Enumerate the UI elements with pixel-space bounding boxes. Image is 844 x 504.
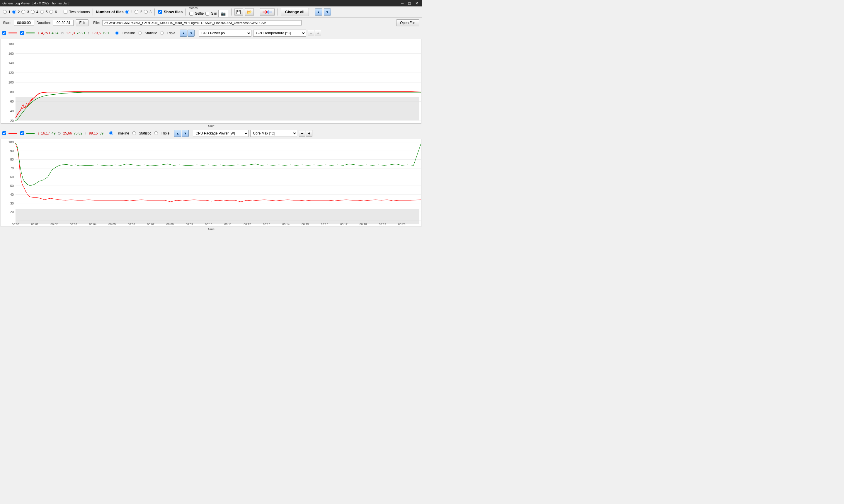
close-btn[interactable]: ✕ xyxy=(414,1,420,5)
two-columns-section: Two columns xyxy=(63,10,90,14)
start-label: Start: xyxy=(3,21,12,25)
change-all-button[interactable]: Change all xyxy=(281,8,309,16)
chart2-up-btn[interactable]: ▲ xyxy=(174,130,181,137)
chart2-red-check[interactable] xyxy=(2,131,6,135)
camera-button[interactable]: 📷 xyxy=(218,10,228,17)
selfie-check[interactable] xyxy=(189,12,193,16)
svg-text:00:16: 00:16 xyxy=(321,222,328,226)
svg-text:00:15: 00:15 xyxy=(302,222,309,226)
radio-5[interactable] xyxy=(40,10,44,14)
sep3 xyxy=(155,8,155,16)
radio-6[interactable] xyxy=(49,10,53,14)
chart2-plus-btn[interactable]: + xyxy=(306,130,312,137)
duration-input[interactable] xyxy=(53,20,74,26)
svg-text:00:01: 00:01 xyxy=(31,222,38,226)
chart1-x-label: Time xyxy=(0,124,422,128)
svg-text:00:08: 00:08 xyxy=(166,222,174,226)
svg-text:90: 90 xyxy=(10,149,14,153)
svg-text:00:00: 00:00 xyxy=(12,123,19,123)
refresh-button[interactable] xyxy=(260,8,274,16)
chart2-timeline-radio[interactable] xyxy=(109,131,113,135)
chart1-red-check[interactable] xyxy=(2,31,6,35)
chart2-area: 100 90 80 70 60 50 40 30 20 00:00 00:01 … xyxy=(1,139,421,227)
two-columns-label: Two columns xyxy=(69,10,90,14)
chart1-dropdown2[interactable]: GPU Temperature [°C] xyxy=(253,30,306,37)
chart2-avg-label: ∅ xyxy=(58,131,61,136)
chart2-updown: ▲ ▼ xyxy=(174,130,189,137)
minimize-btn[interactable]: ─ xyxy=(400,1,405,5)
chart1-controls: ↓ 4,753 40,4 ∅ 171,3 76,21 ↑ 179,6 79,1 … xyxy=(0,28,422,38)
chart2-timeline-label: Timeline xyxy=(116,131,129,136)
svg-text:00:11: 00:11 xyxy=(224,123,232,123)
file-bar: Start: Duration: Edit File: Open File xyxy=(0,18,422,28)
title-bar: Generic Log Viewer 6.4 - © 2022 Thomas B… xyxy=(0,0,422,6)
radio-3[interactable] xyxy=(21,10,25,14)
open-file-button[interactable]: Open File xyxy=(396,19,419,26)
chart2-max-red: 99,15 xyxy=(89,131,97,136)
duration-label: Duration: xyxy=(37,21,51,25)
chart2-min-label: ↓ xyxy=(37,131,39,136)
svg-text:00:16: 00:16 xyxy=(321,123,328,123)
main-toolbar: 1 2 3 4 5 6 Two columns Number of files … xyxy=(0,6,422,18)
modes-section: Modes Selfie Sim 📷 xyxy=(189,6,228,17)
radio-2[interactable] xyxy=(12,10,16,14)
chart2-dropdown2[interactable]: Core Max [°C] xyxy=(250,130,297,137)
svg-text:00:02: 00:02 xyxy=(50,123,58,123)
chart2-dropdown1[interactable]: CPU Package Power [W] xyxy=(193,130,249,137)
chart2-min-red: 16,17 xyxy=(41,131,50,136)
radio-4[interactable] xyxy=(31,10,35,14)
chart2-view-modes: Timeline Statistic Triple xyxy=(109,131,169,136)
svg-text:00:18: 00:18 xyxy=(360,123,367,123)
selfie-label: Selfie xyxy=(195,12,204,16)
save-disk-button[interactable]: 💾 xyxy=(234,8,243,16)
svg-rect-44 xyxy=(16,209,419,224)
start-input[interactable] xyxy=(14,20,34,26)
edit-button[interactable]: Edit xyxy=(76,19,89,26)
chart1-dropdown1[interactable]: GPU Power [W] xyxy=(199,30,251,37)
chart1-plus-btn[interactable]: + xyxy=(315,30,321,36)
maximize-btn[interactable]: □ xyxy=(407,1,412,5)
svg-text:00:12: 00:12 xyxy=(244,222,251,226)
svg-text:00:05: 00:05 xyxy=(108,222,116,226)
chart2-statistic-label: Statistic xyxy=(139,131,151,136)
svg-text:00:20: 00:20 xyxy=(398,222,406,226)
global-down-button[interactable]: ▼ xyxy=(324,8,331,16)
chart1-updown: ▲ ▼ xyxy=(180,30,195,37)
nf-radio-2[interactable] xyxy=(134,10,138,14)
chart2-svg: 100 90 80 70 60 50 40 30 20 00:00 00:01 … xyxy=(1,139,421,227)
radio-2-label: 2 xyxy=(18,10,20,14)
svg-text:00:15: 00:15 xyxy=(302,123,309,123)
svg-text:00:18: 00:18 xyxy=(360,222,367,226)
nf-radio-3[interactable] xyxy=(144,10,148,14)
svg-text:00:08: 00:08 xyxy=(166,123,174,123)
two-columns-check[interactable] xyxy=(64,10,67,14)
radio-1[interactable] xyxy=(3,10,7,14)
show-files-check[interactable] xyxy=(158,10,162,14)
file-path-input[interactable] xyxy=(102,20,302,25)
chart2-triple-radio[interactable] xyxy=(154,131,158,135)
svg-text:00:06: 00:06 xyxy=(128,123,135,123)
chart1-svg: 180 160 140 120 100 80 60 40 20 00:00 00… xyxy=(1,39,421,123)
chart1-triple-radio[interactable] xyxy=(160,31,164,35)
chart1-min-green: 40,4 xyxy=(52,31,58,35)
chart2-down-btn[interactable]: ▼ xyxy=(182,130,189,137)
chart2-green-check[interactable] xyxy=(20,131,24,135)
nf-radio-1[interactable] xyxy=(125,10,129,14)
chart1-down-btn[interactable]: ▼ xyxy=(187,30,195,37)
chart2-statistic-radio[interactable] xyxy=(132,131,136,135)
chart1-green-check[interactable] xyxy=(20,31,24,35)
svg-text:00:19: 00:19 xyxy=(379,123,386,123)
svg-text:00:03: 00:03 xyxy=(70,222,77,226)
chart1-statistic-radio[interactable] xyxy=(138,31,142,35)
chart1-timeline-radio[interactable] xyxy=(115,31,119,35)
svg-text:180: 180 xyxy=(8,42,14,46)
svg-text:00:04: 00:04 xyxy=(89,222,96,226)
svg-text:20: 20 xyxy=(10,119,14,123)
chart2-minus-btn[interactable]: − xyxy=(299,130,305,137)
open-folder-button[interactable]: 📂 xyxy=(245,8,254,16)
sim-check[interactable] xyxy=(205,12,209,16)
chart1-up-btn[interactable]: ▲ xyxy=(180,30,187,37)
chart1-minus-btn[interactable]: − xyxy=(308,30,314,36)
svg-text:80: 80 xyxy=(10,158,14,161)
global-up-button[interactable]: ▲ xyxy=(315,8,322,16)
